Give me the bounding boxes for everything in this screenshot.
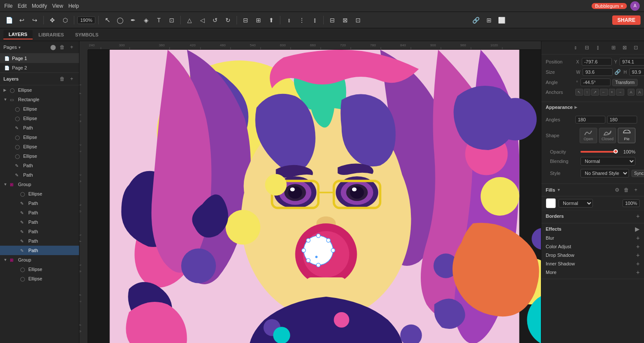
canvas-area[interactable]: 240 300 360 420 480 540 600 660 720 780 …	[79, 41, 541, 343]
user-avatar[interactable]: A	[630, 1, 640, 11]
delete-layer-btn[interactable]: 🗑	[58, 75, 66, 83]
document-title-tag[interactable]: Bubblegum ×	[592, 3, 627, 9]
grid-btn[interactable]: ⊞	[483, 15, 495, 26]
layer-path-5[interactable]: ✎ Path	[0, 208, 79, 217]
ellipse-tool-btn[interactable]: ◯	[115, 15, 126, 26]
distribute-v-btn[interactable]: ⊠	[340, 15, 351, 26]
color-adjust-add-icon[interactable]: +	[636, 243, 640, 250]
flip-h-btn[interactable]: ◁	[197, 15, 208, 26]
align-center-icon-btn[interactable]: ⊟	[582, 43, 592, 52]
page-1-item[interactable]: 📄 Page 1	[0, 54, 79, 63]
borders-add-icon[interactable]: +	[636, 213, 640, 220]
style-select[interactable]: No Shared Style	[580, 169, 629, 178]
sync-button[interactable]: Sync	[632, 170, 644, 177]
menu-modify[interactable]: Modify	[32, 3, 47, 9]
frame-btn[interactable]: ⬜	[496, 15, 507, 26]
anchor-tl[interactable]: ↖	[575, 89, 583, 96]
image-tool-btn[interactable]: ⊡	[166, 15, 177, 26]
fill-opacity-input[interactable]	[623, 199, 640, 207]
drop-shadow-add-icon[interactable]: +	[636, 252, 640, 259]
align-center-btn[interactable]: ⋮	[296, 15, 307, 26]
menu-view[interactable]: View	[52, 3, 63, 9]
layer-path-9-selected[interactable]: ✎ Path	[0, 246, 79, 255]
position-y-input[interactable]	[620, 58, 644, 66]
layer-path-3[interactable]: ✎ Path	[0, 170, 79, 180]
export-btn[interactable]: ⬆	[266, 15, 277, 26]
link-btn[interactable]: 🔗	[471, 15, 482, 26]
fills-delete-icon[interactable]: 🗑	[623, 186, 630, 194]
layer-ellipse-4[interactable]: ◯ Ellipse	[0, 132, 79, 142]
layer-path-2[interactable]: ✎ Path	[0, 161, 79, 170]
anchor-mc[interactable]: +	[609, 89, 615, 96]
blending-select[interactable]: Normal	[580, 157, 635, 165]
position-x-input[interactable]	[582, 58, 612, 66]
select-tool-btn[interactable]: ⬡	[60, 15, 71, 26]
space-icon-btn[interactable]: ⊡	[631, 43, 641, 52]
layer-ellipse-7[interactable]: ◯ Ellipse	[0, 189, 79, 199]
pen-tool-btn[interactable]: ✒	[128, 15, 139, 26]
anchor-ml[interactable]: ←	[600, 89, 608, 96]
add-page-btn[interactable]: +	[68, 43, 76, 51]
anchor-text-b[interactable]: A	[636, 89, 643, 96]
add-layer-btn[interactable]: +	[68, 75, 76, 83]
anchor-tc[interactable]: ↑	[584, 89, 590, 96]
redo-btn[interactable]: ↪	[29, 15, 40, 26]
link-size-icon[interactable]: 🔗	[614, 69, 621, 75]
selection-tool-btn[interactable]: ↖	[102, 15, 113, 26]
boolean-btn[interactable]: ⊞	[253, 15, 264, 26]
size-w-input[interactable]	[583, 68, 613, 76]
delete-page-btn[interactable]: 🗑	[58, 43, 66, 51]
layer-path-7[interactable]: ✎ Path	[0, 227, 79, 236]
transform-btn[interactable]: △	[184, 15, 195, 26]
layer-ellipse-6[interactable]: ◯ Ellipse	[0, 151, 79, 161]
size-h-input[interactable]	[629, 68, 644, 76]
canvas-content[interactable]	[88, 50, 541, 343]
layer-rectangle[interactable]: ▼ ▭ Rectangle	[0, 95, 79, 104]
layer-path-4[interactable]: ✎ Path	[0, 199, 79, 208]
layer-ellipse-9[interactable]: ◯ Ellipse	[0, 274, 79, 283]
layer-ellipse-8[interactable]: ◯ Ellipse	[0, 265, 79, 274]
shape-closed-btn[interactable]: Closed	[599, 128, 617, 143]
angle-input[interactable]	[580, 78, 611, 86]
tab-layers[interactable]: LAYERS	[3, 30, 33, 39]
angle-val1-input[interactable]	[575, 116, 605, 123]
effects-settings-icon[interactable]: ▶	[635, 226, 640, 232]
blur-add-icon[interactable]: +	[636, 235, 640, 241]
pages-dropdown-icon[interactable]: ▾	[18, 45, 21, 50]
page-color-btn[interactable]: ⬤	[49, 43, 57, 51]
align-left-icon-btn[interactable]: ⫾	[571, 43, 580, 52]
new-file-btn[interactable]: 📄	[3, 15, 15, 26]
menu-edit[interactable]: Edit	[18, 3, 27, 9]
anchor-text-a[interactable]: A	[628, 89, 635, 96]
align-right-icon-btn[interactable]: ⫿	[593, 43, 603, 52]
page-2-item[interactable]: 📄 Page 2	[0, 63, 79, 72]
shape-pie-btn[interactable]: Pie	[618, 128, 635, 143]
rotate-ccw-btn[interactable]: ↺	[210, 15, 221, 26]
layer-ellipse-5[interactable]: ◯ Ellipse	[0, 142, 79, 151]
layer-path-6[interactable]: ✎ Path	[0, 217, 79, 227]
tab-libraries[interactable]: LIBRARIES	[33, 30, 69, 39]
layer-path-8[interactable]: ✎ Path	[0, 236, 79, 246]
layer-path-1[interactable]: ✎ Path	[0, 123, 79, 132]
menu-help[interactable]: Help	[68, 3, 79, 9]
layer-ellipse-3[interactable]: ◯ Ellipse	[0, 114, 79, 123]
fill-blend-select[interactable]: Normal	[559, 199, 593, 208]
fills-add-icon[interactable]: +	[632, 186, 640, 194]
anchor-tr[interactable]: ↗	[591, 89, 599, 96]
transform-button[interactable]: Transform	[612, 79, 638, 86]
more-add-icon[interactable]: +	[636, 269, 640, 276]
close-document-icon[interactable]: ×	[621, 3, 623, 9]
align-left-btn[interactable]: ⫾	[283, 15, 295, 26]
undo-btn[interactable]: ↩	[16, 15, 27, 26]
menu-file[interactable]: File	[4, 3, 12, 9]
opacity-thumb[interactable]	[614, 149, 618, 153]
align-right-btn[interactable]: ⫿	[309, 15, 320, 26]
layer-ellipse-2[interactable]: ◯ Ellipse	[0, 104, 79, 114]
fills-settings-icon[interactable]: ⚙	[613, 186, 621, 194]
tab-symbols[interactable]: SYMBOLS	[70, 30, 103, 39]
opacity-slider[interactable]	[580, 151, 618, 153]
spacing-btn[interactable]: ⊡	[352, 15, 364, 26]
appearance-header[interactable]: Appearance ▶	[541, 102, 644, 112]
fill-tool-btn[interactable]: ◈	[140, 15, 152, 26]
rotate-cw-btn[interactable]: ↻	[222, 15, 234, 26]
